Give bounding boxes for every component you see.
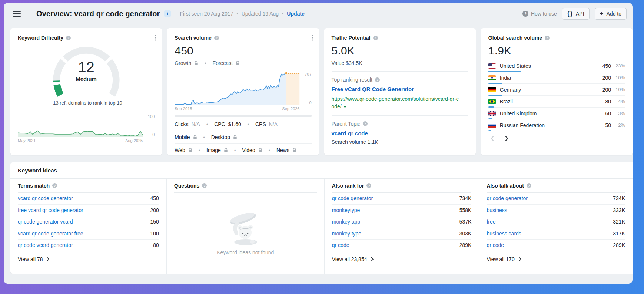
url-line1: https://www.qr-code-generator.com/soluti… (332, 96, 459, 102)
add-to-label: Add to (607, 11, 621, 17)
keyword-link[interactable]: qr code vcard generator (18, 242, 73, 248)
keyword-link[interactable]: qr code (487, 242, 504, 248)
help-icon[interactable] (366, 183, 371, 188)
help-icon[interactable] (375, 77, 380, 82)
card-title: Keyword Difficulty (18, 35, 63, 41)
serp-type-metrics-row: Web Image Video News (175, 143, 311, 155)
country-row: Brazil 80 4% (488, 96, 625, 108)
view-all-link[interactable]: View all 78 (18, 251, 159, 267)
chevron-right-icon (371, 257, 374, 261)
keyword-link[interactable]: vcard qr code generator free (18, 231, 83, 237)
top-ranking-label: Top ranking result (332, 77, 373, 83)
top-result-url[interactable]: https://www.qr-code-generator.com/soluti… (332, 95, 468, 116)
difficulty-level: Medium (45, 76, 128, 82)
how-to-use-label: How to use (531, 11, 557, 17)
keyword-link[interactable]: free (487, 219, 495, 225)
lock-icon (224, 148, 228, 152)
country-row: Russian Federation 50 2% (488, 119, 625, 131)
app-window: Overview: vcard qr code generator i Firs… (4, 3, 633, 284)
update-link[interactable]: Update (287, 11, 304, 17)
country-share: 2% (611, 122, 625, 128)
view-all-link[interactable]: View all 23,854 (332, 251, 472, 267)
api-button[interactable]: { } API (562, 8, 590, 20)
country-share-bar (488, 130, 491, 131)
keyword-link[interactable]: monkey app (332, 219, 360, 225)
keyword-volume: 321K (613, 219, 625, 225)
cpc-value: $1.60 (228, 121, 241, 127)
first-seen-text: First seen 20 Aug 2017 (180, 11, 233, 17)
x-axis-end-label: Aug 2025 (125, 138, 143, 143)
help-icon[interactable] (214, 36, 219, 40)
y-axis-max-label: 100 (145, 114, 155, 119)
mobile-label: Mobile (175, 134, 190, 140)
chevron-down-icon[interactable] (343, 106, 346, 108)
country-volume: 80 (595, 99, 611, 105)
info-icon[interactable]: i (164, 10, 171, 17)
parent-topic-link[interactable]: vcard qr code (332, 130, 468, 136)
keyword-link[interactable]: business (487, 207, 507, 213)
keyword-link[interactable]: monkey type (332, 231, 361, 237)
difficulty-note: ~13 ref. domains to rank in top 10 (18, 100, 155, 106)
separator-dot (279, 11, 287, 17)
keyword-link[interactable]: monkeytype (332, 207, 360, 213)
country-name: Germany (500, 87, 595, 93)
country-row: United States 450 23% (488, 60, 625, 72)
web-label: Web (175, 147, 185, 153)
country-share: 23% (611, 63, 625, 69)
separator-dot (231, 147, 239, 153)
keyword-volume: 100 (150, 231, 159, 237)
global-volume-value: 1.9K (488, 44, 625, 57)
next-page-icon[interactable] (505, 136, 508, 141)
keyword-link[interactable]: qr code generator (332, 195, 373, 201)
page-title: Overview: vcard qr code generator (36, 10, 160, 18)
keyword-link[interactable]: vcard qr code generator (18, 195, 73, 201)
difficulty-value: 12 (45, 59, 128, 75)
keyword-link[interactable]: qr code (332, 242, 349, 248)
x-axis-end-label: Sep 2026 (282, 106, 299, 111)
keyword-link[interactable]: business cards (487, 231, 521, 237)
traffic-potential-card: Traffic Potential 5.0K Value $34.5K Top … (324, 28, 476, 155)
country-volume: 450 (595, 63, 611, 69)
help-icon[interactable] (545, 36, 550, 40)
braces-icon: { } (567, 11, 573, 17)
flag-united-states-icon (488, 63, 496, 69)
traffic-value-note: Value $34.5K (332, 60, 468, 72)
help-icon[interactable] (52, 183, 57, 188)
keyword-ideas-title: Keyword ideas (10, 162, 633, 179)
country-share: 3% (611, 110, 625, 116)
keyword-volume: 333K (613, 207, 625, 213)
how-to-use-link[interactable]: How to use (522, 11, 557, 17)
metric-cards-row: Keyword Difficulty 12 Medium ~13 ref. do… (4, 24, 633, 155)
top-result-link[interactable]: Free vCard QR Code Generator (332, 86, 468, 92)
keyword-volume: 289K (459, 242, 472, 248)
hamburger-menu-icon[interactable] (13, 11, 21, 16)
clicks-distribution-bar (175, 115, 311, 117)
keyword-link[interactable]: qr code generator (487, 195, 528, 201)
help-icon[interactable] (66, 36, 71, 40)
url-line2: ode/ (332, 103, 342, 109)
card-title: Global search volume (488, 35, 542, 41)
x-axis-start-label: May 2021 (18, 138, 36, 143)
help-icon[interactable] (363, 121, 368, 126)
questions-column: Questions (167, 179, 325, 274)
kebab-menu-icon[interactable] (154, 34, 157, 43)
keyword-link[interactable]: free vcard qr code generator (18, 207, 83, 213)
also-talk-about-column: Also talk about qr code generator 734K b… (479, 179, 633, 274)
help-icon[interactable] (202, 183, 207, 188)
keyword-row: free 321K (487, 216, 625, 228)
help-icon[interactable] (373, 36, 378, 40)
keyword-volume: 80 (153, 242, 159, 248)
keyword-link[interactable]: qr code generator vcard (18, 219, 73, 225)
keyword-meta: First seen 20 Aug 2017 Updated 19 Aug Up… (180, 11, 304, 17)
country-name: Russian Federation (500, 122, 595, 128)
view-all-link[interactable]: View all 170 (487, 251, 625, 267)
add-to-button[interactable]: + Add to (595, 8, 627, 20)
keyword-row: monkey app 537K (332, 216, 472, 228)
lock-icon (258, 148, 262, 152)
keyword-row: monkey type 303K (332, 228, 472, 240)
top-bar: Overview: vcard qr code generator i Firs… (4, 3, 633, 24)
country-name: India (500, 75, 595, 81)
help-icon[interactable] (527, 183, 531, 188)
kebab-menu-icon[interactable] (311, 34, 314, 43)
keyword-volume: 558K (459, 207, 472, 213)
